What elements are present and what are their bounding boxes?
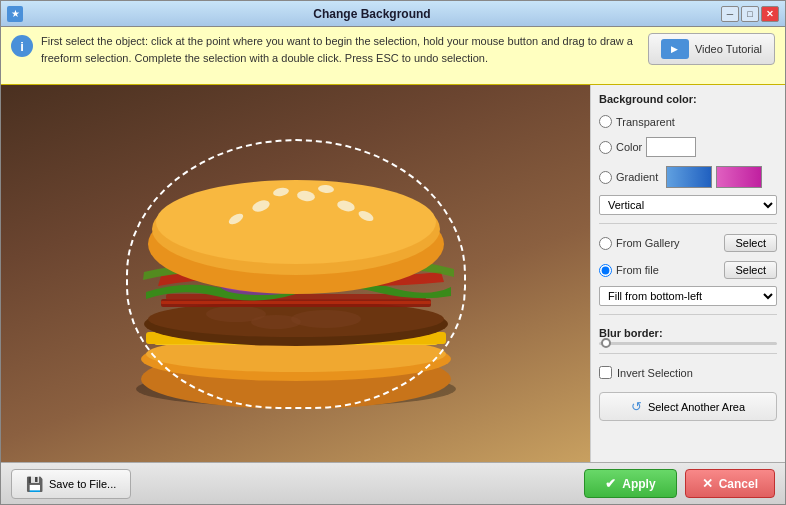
blur-slider-thumb[interactable] <box>601 338 611 348</box>
info-text: First select the object: click at the po… <box>41 33 640 66</box>
select-file-button[interactable]: Select <box>724 261 777 279</box>
svg-rect-12 <box>161 301 431 304</box>
blur-slider[interactable] <box>599 342 777 345</box>
gradient-label[interactable]: Gradient <box>616 171 658 183</box>
transparent-row: Transparent <box>599 115 777 128</box>
burger-image <box>106 124 486 424</box>
invert-label[interactable]: Invert Selection <box>617 367 693 379</box>
svg-point-9 <box>291 310 361 328</box>
color-swatch[interactable] <box>646 137 696 157</box>
from-gallery-radio-row: From Gallery <box>599 237 680 250</box>
title-bar: ★ Change Background ─ □ ✕ <box>1 1 785 27</box>
action-buttons: ✔ Apply ✕ Cancel <box>584 469 775 498</box>
divider-1 <box>599 223 777 224</box>
blur-section: Blur border: <box>599 327 777 345</box>
close-button[interactable]: ✕ <box>761 6 779 22</box>
gradient-radio[interactable] <box>599 171 612 184</box>
right-panel: Background color: Transparent Color Grad… <box>590 85 785 462</box>
minimize-button[interactable]: ─ <box>721 6 739 22</box>
blur-border-title: Blur border: <box>599 327 777 339</box>
save-label: Save to File... <box>49 478 116 490</box>
main-window: ★ Change Background ─ □ ✕ i First select… <box>0 0 786 505</box>
color-label[interactable]: Color <box>616 141 642 153</box>
from-file-radio[interactable] <box>599 264 612 277</box>
video-icon: ▶ <box>661 39 689 59</box>
maximize-button[interactable]: □ <box>741 6 759 22</box>
from-file-radio-row: From file <box>599 264 659 277</box>
color-radio[interactable] <box>599 141 612 154</box>
select-another-area-button[interactable]: ↺ Select Another Area <box>599 392 777 421</box>
blur-slider-row <box>599 342 777 345</box>
select-gallery-button[interactable]: Select <box>724 234 777 252</box>
invert-selection-row: Invert Selection <box>599 366 777 379</box>
floppy-icon: 💾 <box>26 476 43 492</box>
gradient-swatch-blue[interactable] <box>666 166 712 188</box>
apply-button[interactable]: ✔ Apply <box>584 469 676 498</box>
info-icon: i <box>11 35 33 57</box>
title-controls: ─ □ ✕ <box>721 6 779 22</box>
cancel-button[interactable]: ✕ Cancel <box>685 469 775 498</box>
gradient-swatch-pink[interactable] <box>716 166 762 188</box>
transparent-radio[interactable] <box>599 115 612 128</box>
direction-dropdown[interactable]: Vertical Horizontal Diagonal <box>599 195 777 215</box>
fill-dropdown[interactable]: Fill from bottom-left Fill from top-left… <box>599 286 777 306</box>
svg-point-20 <box>156 180 436 264</box>
bottom-action-bar: 💾 Save to File... ✔ Apply ✕ Cancel <box>1 462 785 504</box>
transparent-label[interactable]: Transparent <box>616 116 675 128</box>
apply-label: Apply <box>622 477 655 491</box>
svg-point-10 <box>251 315 301 329</box>
gradient-row: Gradient <box>599 166 777 188</box>
check-icon: ✔ <box>605 476 616 491</box>
select-area-label: Select Another Area <box>648 401 745 413</box>
main-content: ⊡ Fit ⊕ 100% Scale: 66% − + <box>1 85 785 462</box>
burger-container <box>1 85 590 462</box>
refresh-icon: ↺ <box>631 399 642 414</box>
save-to-file-button[interactable]: 💾 Save to File... <box>11 469 131 499</box>
bg-color-title: Background color: <box>599 93 777 105</box>
canvas-area[interactable]: ⊡ Fit ⊕ 100% Scale: 66% − + <box>1 85 590 462</box>
x-icon: ✕ <box>702 476 713 491</box>
svg-rect-13 <box>166 294 426 300</box>
from-file-row: From file Select <box>599 261 777 279</box>
divider-2 <box>599 314 777 315</box>
from-gallery-radio[interactable] <box>599 237 612 250</box>
video-tutorial-label: Video Tutorial <box>695 43 762 55</box>
color-row: Color <box>599 137 777 157</box>
from-file-label[interactable]: From file <box>616 264 659 276</box>
video-tutorial-button[interactable]: ▶ Video Tutorial <box>648 33 775 65</box>
info-bar: i First select the object: click at the … <box>1 27 785 85</box>
from-gallery-row: From Gallery Select <box>599 234 777 252</box>
from-gallery-label[interactable]: From Gallery <box>616 237 680 249</box>
gradient-swatches <box>666 166 762 188</box>
window-title: Change Background <box>23 7 721 21</box>
invert-checkbox[interactable] <box>599 366 612 379</box>
divider-3 <box>599 353 777 354</box>
window-icon: ★ <box>7 6 23 22</box>
cancel-label: Cancel <box>719 477 758 491</box>
